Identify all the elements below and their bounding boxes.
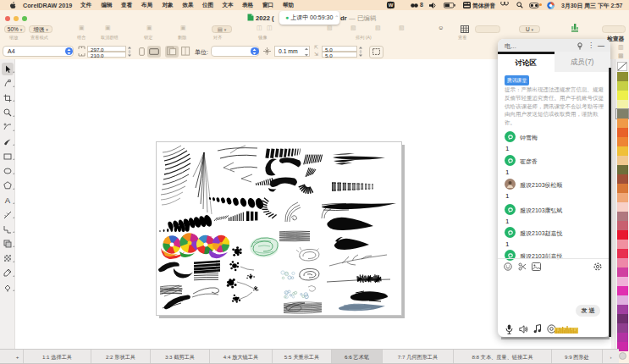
svg-text:A: A bbox=[5, 196, 11, 204]
svg-text:W: W bbox=[389, 3, 394, 8]
